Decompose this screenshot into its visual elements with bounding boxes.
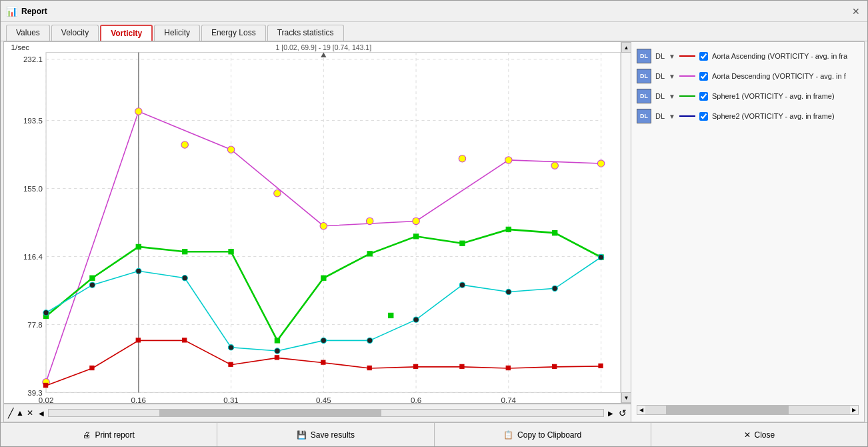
scroll-left-btn[interactable]: ◀ bbox=[39, 410, 44, 417]
svg-point-34 bbox=[227, 146, 235, 153]
svg-rect-53 bbox=[459, 241, 465, 246]
legend-dropdown-2[interactable]: ▼ bbox=[669, 73, 675, 80]
svg-rect-81 bbox=[552, 364, 557, 369]
legend-icon-4: DL bbox=[637, 109, 651, 123]
reset-icon[interactable]: ↺ bbox=[619, 408, 627, 418]
copy-to-clipboard-button[interactable]: 📋 Copy to Clipboard bbox=[435, 423, 651, 446]
svg-point-38 bbox=[413, 217, 420, 224]
legend-item-sphere2: DL DL ▼ Sphere2 (VORTICITY - avg. in fra… bbox=[637, 109, 859, 123]
titlebar-left: 📊 Report bbox=[6, 6, 47, 17]
svg-point-62 bbox=[275, 348, 280, 354]
scroll-down-btn[interactable]: ▼ bbox=[621, 392, 631, 403]
up-arrow-icon[interactable]: ▲ bbox=[16, 408, 24, 418]
svg-rect-50 bbox=[367, 251, 372, 256]
footer: 🖨 Print report 💾 Save results 📋 Copy to … bbox=[1, 422, 867, 446]
tab-vorticity[interactable]: Vorticity bbox=[100, 25, 153, 41]
print-icon: 🖨 bbox=[83, 430, 91, 440]
legend-dl-4: DL bbox=[655, 112, 665, 120]
scroll-track-v[interactable] bbox=[621, 53, 631, 392]
save-results-button[interactable]: 💾 Save results bbox=[217, 423, 434, 446]
svg-text:1 [0.02, 69.9] - 19 [0.74, 143: 1 [0.02, 69.9] - 19 [0.74, 143.1] bbox=[276, 45, 372, 52]
legend-icon-2: DL bbox=[637, 69, 651, 83]
svg-point-32 bbox=[135, 108, 143, 115]
close-label: Close bbox=[755, 430, 775, 440]
legend-item-aorta-descending: DL DL ▼ Aorta Descending (VORTICITY - av… bbox=[637, 69, 859, 83]
svg-text:0.6: 0.6 bbox=[411, 396, 421, 403]
svg-point-59 bbox=[136, 268, 141, 274]
svg-point-41 bbox=[551, 162, 559, 169]
app-icon: 📊 bbox=[6, 6, 17, 17]
svg-point-66 bbox=[459, 282, 465, 288]
legend-item-aorta-ascending: DL DL ▼ Aorta Ascending (VORTICITY - avg… bbox=[637, 49, 859, 63]
copy-icon: 📋 bbox=[503, 430, 513, 440]
legend-check-4[interactable] bbox=[699, 112, 708, 121]
legend-scroll-left[interactable]: ◀ bbox=[637, 407, 645, 413]
legend-label-3: Sphere1 (VORTICITY - avg. in frame) bbox=[712, 92, 835, 100]
svg-text:0.16: 0.16 bbox=[131, 396, 147, 403]
legend-check-1[interactable] bbox=[699, 52, 708, 61]
svg-point-40 bbox=[505, 157, 513, 163]
svg-rect-72 bbox=[136, 338, 141, 342]
line-tool-icon[interactable]: ╱ bbox=[8, 408, 13, 418]
svg-rect-79 bbox=[459, 364, 464, 369]
scroll-right-btn[interactable]: ▶ bbox=[608, 410, 613, 417]
svg-text:232.1: 232.1 bbox=[23, 55, 43, 63]
svg-point-36 bbox=[320, 223, 327, 230]
legend-check-3[interactable] bbox=[699, 92, 708, 101]
svg-rect-49 bbox=[321, 276, 326, 281]
legend-dl-2: DL bbox=[655, 72, 665, 80]
save-label: Save results bbox=[311, 430, 355, 440]
svg-rect-80 bbox=[506, 366, 511, 370]
chart-toolbar: ╱ ▲ ✕ ◀ ▶ ↺ bbox=[4, 404, 631, 422]
legend-dropdown-4[interactable]: ▼ bbox=[669, 113, 675, 120]
svg-text:0.45: 0.45 bbox=[316, 396, 331, 403]
tab-helicity[interactable]: Helicity bbox=[154, 25, 200, 41]
svg-point-65 bbox=[413, 317, 419, 322]
tab-tracks-statistics[interactable]: Tracks statistics bbox=[267, 25, 344, 41]
svg-text:1/sec: 1/sec bbox=[11, 44, 30, 52]
legend-dropdown-3[interactable]: ▼ bbox=[669, 93, 675, 100]
svg-text:0.02: 0.02 bbox=[39, 396, 54, 403]
scroll-up-btn[interactable]: ▲ bbox=[621, 42, 631, 53]
close-button[interactable]: ✕ Close bbox=[651, 423, 867, 446]
legend-icon-3: DL bbox=[637, 89, 651, 103]
svg-point-68 bbox=[552, 286, 557, 291]
tab-velocity[interactable]: Velocity bbox=[51, 25, 99, 41]
svg-text:0.74: 0.74 bbox=[501, 396, 517, 403]
legend-icon-1: DL bbox=[637, 49, 651, 63]
tab-values[interactable]: Values bbox=[6, 25, 50, 41]
svg-point-58 bbox=[89, 282, 95, 288]
save-icon: 💾 bbox=[297, 430, 307, 440]
svg-rect-77 bbox=[367, 366, 371, 370]
svg-rect-51 bbox=[388, 313, 393, 318]
legend-label-2: Aorta Descending (VORTICITY - avg. in f bbox=[712, 72, 846, 80]
svg-text:116.4: 116.4 bbox=[23, 253, 43, 261]
legend-check-2[interactable] bbox=[699, 72, 708, 81]
svg-rect-47 bbox=[228, 249, 233, 254]
svg-text:193.5: 193.5 bbox=[23, 117, 43, 125]
svg-point-63 bbox=[321, 338, 326, 343]
svg-rect-73 bbox=[182, 338, 187, 342]
print-report-button[interactable]: 🖨 Print report bbox=[1, 423, 217, 446]
legend-dropdown-1[interactable]: ▼ bbox=[669, 53, 675, 60]
tab-energy-loss[interactable]: Energy Loss bbox=[201, 25, 266, 41]
chart-wrapper: 232.1 193.5 155.0 116.4 77.8 39.3 1/sec … bbox=[4, 42, 631, 403]
svg-rect-71 bbox=[89, 366, 94, 370]
svg-rect-44 bbox=[89, 276, 95, 281]
cancel-icon[interactable]: ✕ bbox=[27, 408, 33, 418]
svg-rect-46 bbox=[182, 249, 187, 254]
legend-scroll-right[interactable]: ▶ bbox=[850, 407, 858, 413]
svg-rect-78 bbox=[413, 364, 418, 369]
chart-svg: 232.1 193.5 155.0 116.4 77.8 39.3 1/sec … bbox=[4, 42, 621, 403]
svg-point-69 bbox=[598, 254, 603, 260]
chart-area: 232.1 193.5 155.0 116.4 77.8 39.3 1/sec … bbox=[4, 42, 631, 422]
svg-rect-0 bbox=[46, 53, 621, 393]
svg-text:77.8: 77.8 bbox=[27, 321, 43, 329]
svg-point-33 bbox=[181, 141, 189, 148]
close-window-button[interactable]: ✕ bbox=[850, 5, 862, 17]
svg-rect-82 bbox=[598, 364, 603, 368]
svg-rect-45 bbox=[136, 244, 141, 250]
close-icon: ✕ bbox=[744, 430, 751, 440]
chart-inner: 232.1 193.5 155.0 116.4 77.8 39.3 1/sec … bbox=[4, 42, 621, 403]
legend-dl-3: DL bbox=[655, 92, 665, 100]
